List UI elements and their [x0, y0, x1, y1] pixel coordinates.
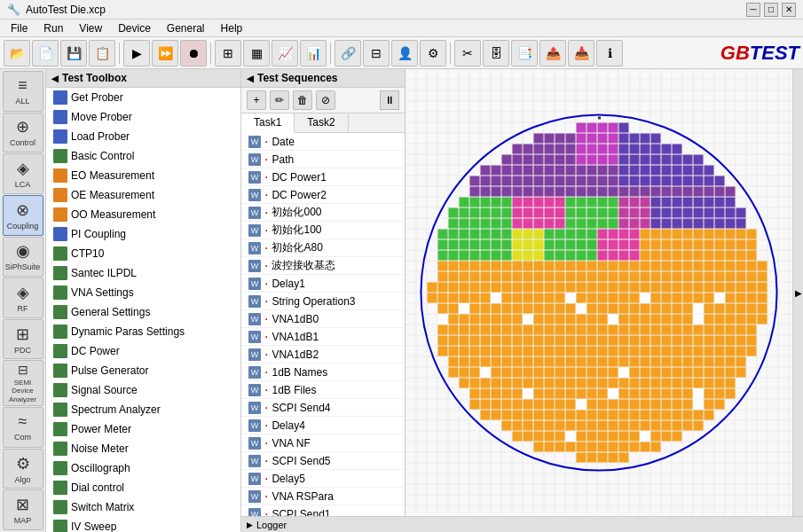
seq-item-6[interactable]: W·初始化A80 — [241, 239, 405, 257]
toolbox-item-16[interactable]: Spectrum Analyzer — [46, 400, 240, 419]
save-as-button[interactable]: 📋 — [89, 40, 115, 66]
import-button[interactable]: 📥 — [568, 40, 594, 66]
connect-button[interactable]: 🔗 — [335, 40, 361, 66]
menu-help[interactable]: Help — [214, 20, 250, 36]
open-folder-button[interactable]: 📂 — [4, 40, 30, 66]
icon-btn-algo[interactable]: ⚙ Algo — [3, 449, 43, 489]
seq-item-0[interactable]: W·Date — [241, 133, 405, 151]
seq-item-11[interactable]: W·VNA1dB1 — [241, 328, 405, 346]
menu-file[interactable]: File — [4, 20, 35, 36]
seq-item-18[interactable]: W·SCPI Send5 — [241, 452, 405, 470]
toolbox-list[interactable]: Get ProberMove ProberLoad ProberBasic Co… — [46, 88, 240, 532]
toolbox-item-4[interactable]: EO Measurement — [46, 166, 240, 185]
toolbox-item-21[interactable]: Switch Matrix — [46, 497, 240, 517]
right-collapse-button[interactable]: ▶ — [792, 69, 803, 516]
seq-item-10[interactable]: W·VNA1dB0 — [241, 310, 405, 328]
toolbox-item-5[interactable]: OE Measurement — [46, 185, 240, 205]
icon-btn-semi[interactable]: ⊟ SEMI Device Analyzer — [3, 360, 43, 406]
toolbox-item-2[interactable]: Load Prober — [46, 127, 240, 146]
menu-view[interactable]: View — [72, 20, 109, 36]
toolbox-item-7[interactable]: PI Coupling — [46, 224, 240, 244]
toolbox-item-20[interactable]: Dial control — [46, 478, 240, 497]
export-button[interactable]: 📤 — [539, 40, 566, 66]
close-button[interactable]: ✕ — [782, 3, 796, 17]
minimize-button[interactable]: ─ — [746, 3, 760, 17]
seq-list[interactable]: W·DateW·PathW·DC Power1W·DC Power2W·初始化0… — [241, 133, 405, 516]
icon-btn-lca[interactable]: ◈ LCA — [3, 153, 43, 194]
chart-bar-button[interactable]: 📊 — [300, 40, 327, 66]
icon-btn-control[interactable]: ⊕ Control — [3, 113, 43, 153]
seq-tab-task2[interactable]: Task2 — [295, 113, 348, 132]
toolbox-item-18[interactable]: Noise Meter — [46, 439, 240, 458]
wafer-canvas[interactable] — [405, 69, 792, 516]
seq-item-16[interactable]: W·Delay4 — [241, 417, 405, 434]
chip-button[interactable]: ▦ — [243, 40, 270, 66]
toolbox-item-10[interactable]: VNA Settings — [46, 283, 240, 302]
seq-item-7[interactable]: W·波控接收基态 — [241, 257, 405, 275]
icon-btn-map[interactable]: ⊠ MAP — [3, 489, 43, 530]
seq-edit-button[interactable]: ✏ — [270, 90, 289, 110]
save-button[interactable]: 💾 — [60, 40, 87, 66]
menu-run[interactable]: Run — [36, 20, 70, 36]
seq-item-14[interactable]: W·1dB Files — [241, 381, 405, 399]
grid-button[interactable]: ⊞ — [215, 40, 241, 66]
matrix-button[interactable]: ⊟ — [363, 40, 390, 66]
run-button[interactable]: ▶ — [123, 40, 150, 66]
report-button[interactable]: 📑 — [511, 40, 538, 66]
toolbox-item-14[interactable]: Pulse Generator — [46, 361, 240, 380]
seq-add-button[interactable]: + — [247, 90, 266, 110]
seq-item-21[interactable]: W·SCPI Send1 — [241, 505, 405, 516]
settings-button[interactable]: ⚙ — [420, 40, 446, 66]
icon-btn-all[interactable]: ≡ ALL — [3, 71, 43, 112]
seq-item-1[interactable]: W·Path — [241, 151, 405, 168]
title-bar-controls[interactable]: ─ □ ✕ — [746, 3, 796, 17]
database-button[interactable]: 🗄 — [483, 40, 509, 66]
icon-btn-com[interactable]: ≈ Com — [3, 407, 43, 448]
toolbox-item-0[interactable]: Get Prober — [46, 88, 240, 107]
icon-btn-rf[interactable]: ◈ RF — [3, 278, 43, 318]
maximize-button[interactable]: □ — [764, 3, 778, 17]
seq-disable-button[interactable]: ⊘ — [316, 90, 335, 110]
open-file-button[interactable]: 📄 — [32, 40, 59, 66]
toolbox-item-19[interactable]: Oscillograph — [46, 458, 240, 478]
stop-button[interactable]: ⏺ — [180, 40, 207, 66]
user-button[interactable]: 👤 — [391, 40, 418, 66]
seq-item-20[interactable]: W·VNA RSPara — [241, 488, 405, 505]
menu-device[interactable]: Device — [111, 20, 158, 36]
toolbox-item-3[interactable]: Basic Control — [46, 146, 240, 166]
toolbox-item-22[interactable]: IV Sweep — [46, 517, 240, 532]
icon-btn-coupling[interactable]: ⊗ Coupling — [3, 195, 43, 236]
seq-item-2[interactable]: W·DC Power1 — [241, 168, 405, 186]
toolbox-item-1[interactable]: Move Prober — [46, 107, 240, 127]
seq-item-12[interactable]: W·VNA1dB2 — [241, 346, 405, 364]
toolbox-item-6[interactable]: OO Measurement — [46, 205, 240, 224]
chart-line-button[interactable]: 📈 — [272, 40, 298, 66]
seq-delete-button[interactable]: 🗑 — [293, 90, 312, 110]
toolbox-item-9[interactable]: Santec ILPDL — [46, 263, 240, 283]
toolbox-item-11[interactable]: General Settings — [46, 302, 240, 322]
seq-item-9[interactable]: W·String Operation3 — [241, 293, 405, 310]
icon-btn-pdc[interactable]: ⊞ PDC — [3, 319, 43, 360]
seq-item-15[interactable]: W·SCPI Send4 — [241, 399, 405, 417]
toolbox-item-8[interactable]: CTP10 — [46, 244, 240, 263]
toolbox-item-12[interactable]: Dynamic Paras Settings — [46, 322, 240, 341]
seq-item-5[interactable]: W·初始化100 — [241, 222, 405, 239]
icon-btn-siphsuite[interactable]: ◉ SiPhSuite — [3, 237, 43, 278]
seq-item-17[interactable]: W·VNA NF — [241, 434, 405, 452]
seq-item-19[interactable]: W·Delay5 — [241, 470, 405, 488]
seq-tab-task1[interactable]: Task1 — [241, 113, 295, 133]
toolbox-item-15[interactable]: Signal Source — [46, 380, 240, 400]
seq-item-3[interactable]: W·DC Power2 — [241, 186, 405, 204]
info-button[interactable]: ℹ — [596, 40, 623, 66]
toolbox-item-13[interactable]: DC Power — [46, 341, 240, 361]
seq-item-13[interactable]: W·1dB Names — [241, 364, 405, 381]
run-step-button[interactable]: ⏩ — [152, 40, 178, 66]
seq-item-4[interactable]: W·初始化000 — [241, 204, 405, 222]
seq-item-dot-7: · — [264, 258, 268, 274]
scissors-button[interactable]: ✂ — [454, 40, 481, 66]
pdc-icon: ⊞ — [16, 325, 29, 344]
seq-pause-button[interactable]: ⏸ — [380, 90, 399, 110]
toolbox-item-17[interactable]: Power Meter — [46, 419, 240, 439]
seq-item-8[interactable]: W·Delay1 — [241, 275, 405, 293]
menu-general[interactable]: General — [160, 20, 212, 36]
